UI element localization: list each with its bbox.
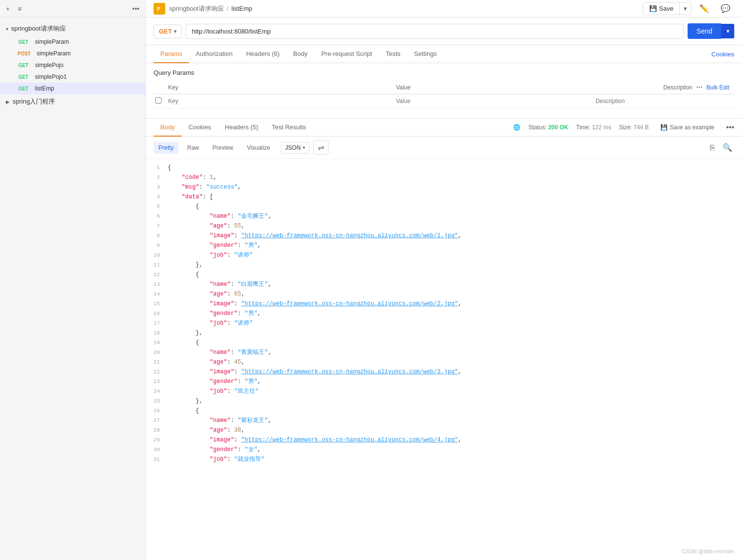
json-plain <box>168 174 182 181</box>
sidebar-item-get-simple-pojo[interactable]: GET simplePojo <box>0 59 145 71</box>
line-number: 8 <box>146 231 168 241</box>
row-checkbox[interactable] <box>154 97 163 104</box>
code-line: 24 "job": "班主任" <box>146 386 742 396</box>
json-key: "gender" <box>209 446 238 453</box>
th-description: Description ••• Bulk Edit <box>591 81 734 94</box>
save-dropdown-button[interactable]: ▾ <box>679 2 691 15</box>
code-line: 29 "image": "https://web-framework.oss-c… <box>146 435 742 445</box>
response-tab-body[interactable]: Body <box>154 119 182 137</box>
sidebar-menu-button[interactable]: ≡ <box>16 3 23 15</box>
th-description-label: Description <box>663 84 692 91</box>
line-number: 19 <box>146 338 168 348</box>
line-number: 10 <box>146 250 168 260</box>
json-link[interactable]: "https://web-framework.oss-cn-hangzhou.a… <box>241 300 458 307</box>
save-button[interactable]: 💾 Save <box>643 2 679 15</box>
cookies-link[interactable]: Cookies <box>711 51 734 58</box>
sidebar-item-get-simple-pojo1[interactable]: GET simplePojo1 <box>0 71 145 83</box>
json-plain: : <box>238 310 244 317</box>
line-number: 2 <box>146 173 168 182</box>
line-number: 26 <box>146 406 168 416</box>
comment-button[interactable]: 💬 <box>717 2 734 15</box>
line-number: 5 <box>146 202 168 211</box>
format-tab-visualize[interactable]: Visualize <box>242 142 275 154</box>
line-number: 28 <box>146 425 168 435</box>
json-plain <box>168 252 209 259</box>
new-request-button[interactable]: + <box>4 3 12 15</box>
json-plain: : <box>231 213 238 220</box>
method-badge-get: GET <box>16 39 31 45</box>
tab-params[interactable]: Params <box>154 45 189 63</box>
json-plain: , <box>241 223 244 229</box>
format-tab-pretty[interactable]: Pretty <box>154 142 178 154</box>
wrap-button[interactable]: ⇌ <box>313 140 328 155</box>
json-key: "image" <box>209 232 234 239</box>
collection-springboot[interactable]: ▾ springboot请求响应 <box>0 21 145 36</box>
json-key: "age" <box>209 359 227 366</box>
sidebar-more-button[interactable]: ••• <box>130 3 141 15</box>
json-plain: : <box>227 427 234 434</box>
json-plain <box>168 456 209 463</box>
breadcrumb-collection: springboot请求响应 <box>169 4 224 13</box>
json-link[interactable]: "https://web-framework.oss-cn-hangzhou.a… <box>241 232 458 239</box>
json-key: "age" <box>209 427 227 434</box>
json-string: "讲师" <box>234 252 253 259</box>
method-select[interactable]: GET ▾ <box>154 24 182 38</box>
line-number: 12 <box>146 270 168 280</box>
sidebar-item-get-simple-param-1[interactable]: GET simpleParam <box>0 36 145 48</box>
format-tab-preview[interactable]: Preview <box>207 142 238 154</box>
description-input[interactable] <box>591 94 734 108</box>
send-dropdown-button[interactable]: ▾ <box>721 24 734 38</box>
json-string: "男" <box>244 378 257 385</box>
sidebar-item-get-list-emp[interactable]: GET listEmp <box>0 83 145 94</box>
response-tab-test-results[interactable]: Test Results <box>265 119 313 137</box>
json-plain: : <box>231 417 238 424</box>
json-link[interactable]: "https://web-framework.oss-cn-hangzhou.a… <box>241 368 458 375</box>
send-button[interactable]: Send <box>688 23 721 39</box>
format-tab-raw[interactable]: Raw <box>182 142 204 154</box>
response-more-button[interactable]: ••• <box>726 123 734 132</box>
tab-headers[interactable]: Headers (6) <box>240 45 287 63</box>
url-input[interactable] <box>186 24 684 39</box>
response-meta: 🌐 Status: 200 OK Time: 122 ms Size: 744 … <box>513 123 734 132</box>
format-type-select[interactable]: JSON ▾ <box>281 142 310 154</box>
json-string: "男" <box>244 310 257 317</box>
save-example-button[interactable]: 💾 Save as example <box>656 124 718 131</box>
line-content: "image": "https://web-framework.oss-cn-h… <box>168 435 742 445</box>
sidebar-item-post-simple-param[interactable]: POST simpleParam <box>0 48 145 59</box>
copy-button[interactable]: ⎘ <box>708 141 717 154</box>
code-line: 9 "gender": "男", <box>146 241 742 250</box>
json-link[interactable]: "https://web-framework.oss-cn-hangzhou.a… <box>241 437 458 443</box>
response-tab-headers[interactable]: Headers (5) <box>218 119 265 137</box>
value-input[interactable] <box>391 94 591 108</box>
breadcrumb-separator: / <box>227 5 229 12</box>
json-number: 65 <box>234 291 241 298</box>
json-plain: : <box>231 349 238 356</box>
sidebar-toolbar: + ≡ ••• <box>0 0 145 18</box>
line-content: "age": 55, <box>168 221 742 231</box>
sidebar-item-label: listEmp <box>35 85 54 92</box>
collection-label: spring入门程序 <box>13 97 55 106</box>
json-plain: : <box>234 368 241 375</box>
code-line: 30 "gender": "女", <box>146 445 742 455</box>
bulk-edit-button[interactable]: Bulk Edit <box>707 84 729 91</box>
tab-tests[interactable]: Tests <box>379 45 407 63</box>
line-number: 15 <box>146 299 168 309</box>
response-tab-cookies[interactable]: Cookies <box>182 119 218 137</box>
th-value: Value <box>391 81 591 94</box>
search-button[interactable]: 🔍 <box>721 141 734 154</box>
line-content: "job": "班主任" <box>168 386 742 396</box>
edit-button[interactable]: ✏️ <box>695 2 713 15</box>
tab-settings[interactable]: Settings <box>407 45 444 63</box>
th-more-icon: ••• <box>696 84 703 91</box>
line-content: { <box>168 338 742 348</box>
tab-body[interactable]: Body <box>286 45 314 63</box>
collection-spring-intro[interactable]: ▶ spring入门程序 <box>0 94 145 109</box>
tab-pre-request-script[interactable]: Pre-request Script <box>314 45 379 63</box>
tab-authorization[interactable]: Authorization <box>189 45 240 63</box>
response-body-actions: ⎘ 🔍 <box>708 141 734 154</box>
json-key: "age" <box>209 291 227 298</box>
line-number: 13 <box>146 280 168 289</box>
key-input[interactable] <box>163 94 391 108</box>
json-plain: : <box>227 320 234 327</box>
json-key: "gender" <box>209 378 238 385</box>
